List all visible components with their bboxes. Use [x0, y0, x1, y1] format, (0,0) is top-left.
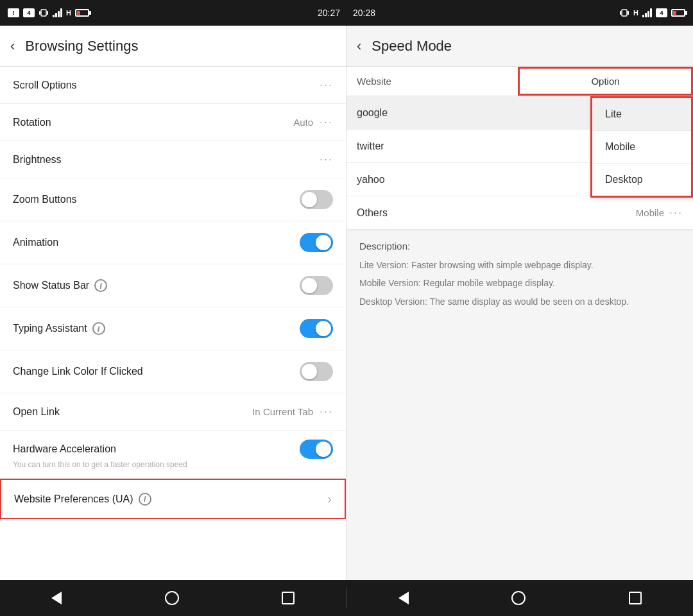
zoom-buttons-label: Zoom Buttons	[13, 194, 77, 205]
nav-back-right-icon	[398, 592, 409, 604]
show-status-bar-knob	[302, 278, 317, 293]
website-preferences-left: Website Preferences (UA) i	[14, 493, 151, 506]
rotation-item[interactable]: Rotation Auto ···	[0, 104, 346, 141]
nav-back-left-icon	[51, 592, 62, 604]
others-dots[interactable]: ···	[669, 206, 683, 219]
change-link-color-item[interactable]: Change Link Color If Clicked	[0, 350, 346, 393]
scroll-options-left: Scroll Options	[13, 80, 77, 91]
right-panel: ‹ Speed Mode Website Option google Lite …	[346, 26, 693, 580]
status-bar-left: ! 4 H	[8, 8, 89, 18]
brightness-right: ···	[320, 153, 333, 166]
brightness-item[interactable]: Brightness ···	[0, 141, 346, 178]
others-website-cell: Others	[346, 198, 520, 228]
left-panel: ‹ Browsing Settings Scroll Options ··· R…	[0, 26, 346, 580]
nav-recent-left-icon	[282, 592, 295, 604]
nav-home-left[interactable]	[165, 591, 179, 605]
zoom-buttons-item[interactable]: Zoom Buttons	[0, 178, 346, 221]
typing-assistant-item[interactable]: Typing Assistant i	[0, 307, 346, 350]
open-link-dots[interactable]: ···	[320, 405, 333, 418]
left-time: 20:27	[318, 8, 340, 18]
typing-assistant-info-icon: i	[92, 322, 105, 335]
website-preferences-item[interactable]: Website Preferences (UA) i ›	[0, 479, 346, 519]
rotation-value: Auto	[293, 117, 313, 128]
notification-icon: !	[8, 8, 19, 17]
svg-rect-1	[41, 10, 46, 16]
left-panel-header: ‹ Browsing Settings	[0, 26, 346, 67]
scroll-options-label: Scroll Options	[13, 80, 77, 91]
show-status-bar-info-icon: i	[94, 279, 107, 292]
svg-rect-4	[622, 10, 627, 16]
typing-assistant-knob	[316, 321, 331, 336]
animation-toggle[interactable]	[300, 233, 333, 252]
website-header: Website	[346, 67, 518, 96]
speed-mode-table: Website Option google Lite Mobile Deskto…	[346, 67, 693, 230]
status-bar: ! 4 H 20:27 20:28 H 4	[0, 0, 693, 26]
scroll-options-item[interactable]: Scroll Options ···	[0, 67, 346, 104]
signal-icon-right	[642, 8, 652, 17]
status-bar-center: 20:27 20:28	[318, 8, 375, 18]
dropdown-desktop[interactable]: Desktop	[592, 164, 691, 196]
svg-rect-0	[39, 11, 40, 15]
main-content: ‹ Browsing Settings Scroll Options ··· R…	[0, 26, 693, 580]
others-row[interactable]: Others Mobile ···	[346, 196, 693, 230]
right-panel-header: ‹ Speed Mode	[346, 26, 693, 67]
nav-bar	[0, 580, 693, 616]
show-status-bar-label: Show Status Bar	[13, 280, 89, 291]
open-link-right: In Current Tab ···	[252, 405, 333, 418]
google-row[interactable]: google Lite Mobile Desktop	[346, 96, 693, 130]
nav-recent-right[interactable]	[629, 592, 642, 604]
typing-assistant-left: Typing Assistant i	[13, 322, 105, 335]
svg-rect-3	[620, 11, 621, 15]
nav-back-left[interactable]	[51, 592, 62, 604]
website-preferences-info-icon: i	[139, 493, 151, 506]
hardware-acceleration-subtitle: You can turn this on to get a faster ope…	[13, 460, 333, 469]
dropdown-mobile[interactable]: Mobile	[592, 131, 691, 164]
zoom-buttons-toggle[interactable]	[300, 190, 333, 209]
show-status-bar-toggle[interactable]	[300, 276, 333, 295]
nav-back-right[interactable]	[398, 592, 409, 604]
description-line-1: Mobile Version: Regular mobile webpage d…	[359, 276, 680, 290]
battery-icon-right	[671, 9, 685, 17]
table-header: Website Option	[346, 67, 693, 96]
hardware-acceleration-item[interactable]: Hardware Acceleration You can turn this …	[0, 431, 346, 479]
google-website-cell: google	[346, 98, 520, 128]
nav-home-right[interactable]	[511, 591, 526, 605]
hardware-acceleration-row: Hardware Acceleration	[13, 440, 333, 459]
nav-home-right-icon	[511, 591, 526, 605]
settings-list: Scroll Options ··· Rotation Auto ···	[0, 67, 346, 580]
animation-item[interactable]: Animation	[0, 221, 346, 264]
brightness-label: Brightness	[13, 154, 62, 166]
rotation-left: Rotation	[13, 117, 51, 128]
nav-recent-left[interactable]	[282, 592, 295, 604]
scroll-options-right: ···	[320, 78, 333, 92]
open-link-item[interactable]: Open Link In Current Tab ···	[0, 393, 346, 431]
left-back-button[interactable]: ‹	[10, 38, 15, 55]
right-back-button[interactable]: ‹	[357, 38, 361, 55]
open-link-value: In Current Tab	[252, 406, 313, 417]
brightness-dots[interactable]: ···	[320, 153, 333, 166]
others-option-cell: Mobile ···	[520, 197, 693, 228]
website-preferences-label: Website Preferences (UA)	[14, 493, 133, 505]
description-line-2: Desktop Version: The same display as wou…	[359, 295, 680, 309]
vibrate-icon	[38, 8, 49, 18]
svg-rect-2	[47, 11, 48, 15]
brightness-left: Brightness	[13, 154, 62, 166]
change-link-color-toggle[interactable]	[300, 362, 333, 381]
hardware-acceleration-toggle[interactable]	[300, 440, 333, 459]
rotation-dots[interactable]: ···	[320, 116, 333, 129]
website-preferences-chevron: ›	[327, 492, 332, 506]
dropdown-lite[interactable]: Lite	[592, 98, 691, 131]
rotation-right: Auto ···	[293, 116, 333, 129]
scroll-options-dots[interactable]: ···	[320, 78, 333, 92]
animation-knob	[316, 235, 331, 250]
show-status-bar-item[interactable]: Show Status Bar i	[0, 264, 346, 307]
show-status-bar-left: Show Status Bar i	[13, 279, 107, 292]
description-line-0: Lite Version: Faster browsing with simpl…	[359, 258, 680, 272]
rotation-label: Rotation	[13, 117, 51, 128]
hardware-acceleration-knob	[316, 441, 331, 457]
typing-assistant-toggle[interactable]	[300, 319, 333, 338]
tab-count-badge-right: 4	[656, 8, 667, 17]
left-h-label: H	[66, 9, 71, 17]
left-panel-title: Browsing Settings	[25, 38, 138, 55]
zoom-buttons-knob	[302, 192, 317, 207]
